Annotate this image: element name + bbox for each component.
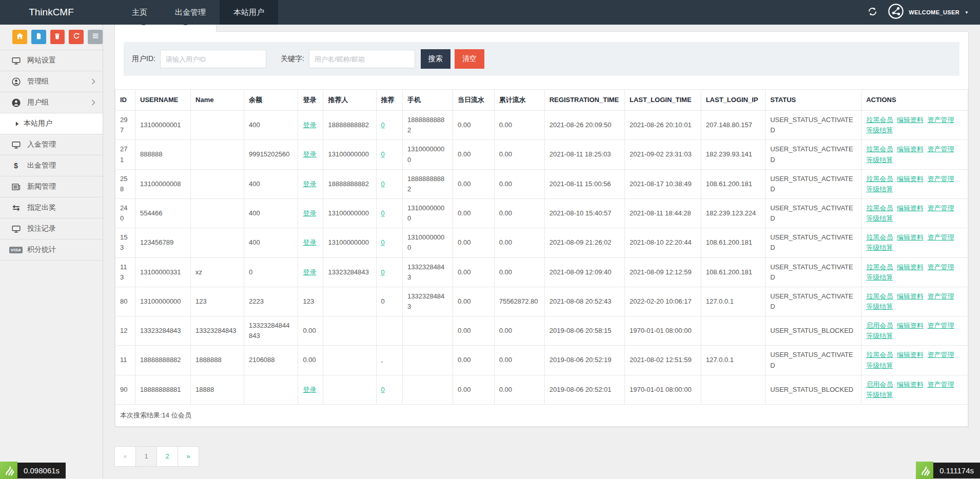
sidebar-item[interactable]: 指定出奖 [0, 197, 103, 218]
action-link[interactable]: 资产管理 [927, 381, 954, 388]
action-link[interactable]: 资产管理 [927, 322, 954, 329]
home-button[interactable] [12, 30, 27, 44]
action-link[interactable]: 拉黑会员 [866, 145, 893, 153]
referral-count-link[interactable]: 0 [381, 386, 385, 393]
sidebar-item[interactable]: 管理组 [0, 71, 103, 92]
cell-last-login-time: 2021-08-10 22:20:44 [624, 228, 701, 257]
login-link[interactable]: 登录 [303, 180, 316, 188]
action-link[interactable]: 资产管理 [927, 292, 954, 300]
cell-username: 13100000331 [135, 257, 191, 287]
action-link[interactable]: 启用会员 [866, 381, 893, 388]
action-link[interactable]: 等级结算 [866, 156, 893, 164]
sidebar-item[interactable]: 入金管理 [0, 134, 103, 155]
user-menu[interactable]: WELCOME_USER ▼ [888, 3, 969, 22]
action-link[interactable]: 等级结算 [866, 273, 893, 281]
action-link[interactable]: 资产管理 [927, 116, 954, 124]
referral-count-link[interactable]: 0 [381, 121, 385, 129]
login-link[interactable]: 登录 [303, 150, 316, 158]
action-link[interactable]: 等级结算 [866, 126, 893, 134]
keyword-input[interactable] [309, 50, 415, 68]
nav-item[interactable]: 主页 [118, 0, 161, 25]
sidebar-item[interactable]: 网站设置 [0, 50, 103, 71]
referral-count-link[interactable]: 0 [381, 180, 385, 188]
action-link[interactable]: 等级结算 [866, 391, 893, 398]
action-link[interactable]: 编辑资料 [897, 263, 924, 271]
referral-count-link[interactable]: 0 [381, 268, 385, 276]
table-row: 240554466400登录131000000000131000000000.0… [115, 198, 968, 228]
action-link[interactable]: 等级结算 [866, 244, 893, 251]
file-button[interactable] [31, 30, 46, 44]
action-link[interactable]: 编辑资料 [897, 322, 924, 329]
table-row: 11313100000331xz0登录133232848430133232848… [115, 257, 968, 287]
sidebar-item[interactable]: 新闻管理 [0, 176, 103, 197]
login-link[interactable]: 登录 [303, 209, 316, 217]
search-result-summary: 本次搜索结果:14 位会员 [115, 404, 968, 426]
action-link[interactable]: 资产管理 [927, 204, 954, 212]
referral-count-link[interactable]: 0 [381, 238, 385, 246]
action-link[interactable]: 拉黑会员 [866, 175, 893, 183]
action-link[interactable]: 等级结算 [866, 214, 893, 222]
action-link[interactable]: 拉黑会员 [866, 351, 893, 358]
cell-balance: 400 [244, 169, 298, 198]
action-link[interactable]: 拉黑会员 [866, 292, 893, 300]
nav-item[interactable]: 出金管理 [161, 0, 220, 25]
cell-daily-flow: 0.00 [453, 316, 495, 346]
sidebar-item[interactable]: $出金管理 [0, 155, 103, 176]
action-link[interactable]: 编辑资料 [897, 381, 924, 388]
action-link[interactable]: 资产管理 [927, 233, 954, 241]
login-link[interactable]: 登录 [303, 268, 316, 276]
action-link[interactable]: 启用会员 [866, 322, 893, 329]
page-item[interactable]: » [178, 446, 199, 467]
sidebar-item[interactable]: 投注记录 [0, 218, 103, 240]
login-link[interactable]: 登录 [303, 386, 316, 393]
action-link[interactable]: 编辑资料 [897, 145, 924, 153]
action-link[interactable]: 编辑资料 [897, 292, 924, 300]
list-button[interactable] [88, 30, 103, 44]
cell-id: 271 [115, 140, 135, 169]
nav-item[interactable]: 本站用户 [220, 0, 278, 25]
refresh-button[interactable] [868, 7, 877, 18]
action-link[interactable]: 拉黑会员 [866, 204, 893, 212]
action-link[interactable]: 等级结算 [866, 303, 893, 310]
cell-id: 113 [115, 257, 135, 287]
cell-id: 12 [115, 316, 135, 346]
clear-button[interactable]: 清空 [455, 49, 484, 69]
action-link[interactable]: 编辑资料 [897, 233, 924, 241]
sidebar-item[interactable]: 用户组 [0, 92, 103, 113]
action-link[interactable]: 资产管理 [927, 351, 954, 358]
search-button[interactable]: 搜索 [421, 49, 450, 69]
action-link[interactable]: 等级结算 [866, 332, 893, 340]
action-link[interactable]: 编辑资料 [897, 175, 924, 183]
trash-button[interactable] [50, 30, 65, 44]
user-id-label: 用户ID: [132, 54, 155, 64]
login-link[interactable]: 登录 [303, 238, 316, 246]
cell-status: USER_STATUS_ACTIVATED [766, 140, 861, 169]
cell-login: 登录 [298, 198, 323, 228]
action-link[interactable]: 资产管理 [927, 145, 954, 153]
action-link[interactable]: 资产管理 [927, 263, 954, 271]
page-item[interactable]: 2 [156, 446, 178, 467]
cell-balance: 400 [244, 228, 298, 257]
brand-logo[interactable]: ThinkCMF [0, 0, 103, 25]
action-link[interactable]: 等级结算 [866, 362, 893, 369]
action-link[interactable]: 资产管理 [927, 175, 954, 183]
action-link[interactable]: 等级结算 [866, 185, 893, 193]
action-link[interactable]: 编辑资料 [897, 351, 924, 358]
cell-login: 登录 [298, 169, 323, 198]
cell-status: USER_STATUS_ACTIVATED [766, 111, 861, 140]
action-link[interactable]: 编辑资料 [897, 204, 924, 212]
login-link[interactable]: 登录 [303, 121, 316, 129]
action-link[interactable]: 编辑资料 [897, 116, 924, 124]
cell-actions: 启用会员 编辑资料 资产管理 等级结算 [861, 316, 968, 346]
sidebar-item[interactable]: 本站用户 [0, 113, 103, 134]
cell-actions: 拉黑会员 编辑资料 资产管理 等级结算 [861, 346, 968, 375]
user-id-input[interactable] [160, 50, 266, 68]
referral-count-link[interactable]: 0 [381, 209, 385, 217]
cell-login: 登录 [298, 111, 323, 140]
recycle-button[interactable] [69, 30, 84, 44]
action-link[interactable]: 拉黑会员 [866, 116, 893, 124]
sidebar-item[interactable]: VISA积分统计 [0, 240, 103, 261]
referral-count-link[interactable]: 0 [381, 150, 385, 158]
action-link[interactable]: 拉黑会员 [866, 233, 893, 241]
action-link[interactable]: 拉黑会员 [866, 263, 893, 271]
